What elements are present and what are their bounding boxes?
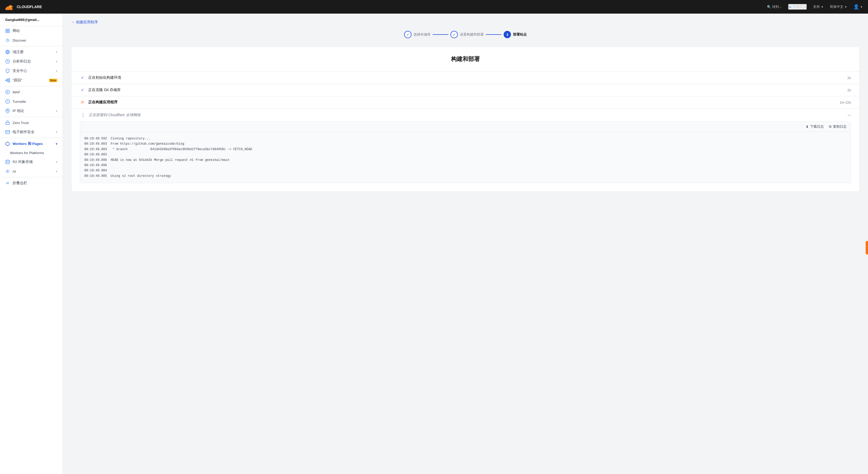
svg-rect-16 (9, 78, 10, 82)
sidebar-item-label: "跟踪" (12, 78, 45, 83)
sidebar-item-waf[interactable]: WAF (0, 88, 63, 97)
sidebar-item-workers-pages[interactable]: Workers 和 Pages ▾ (0, 139, 63, 148)
log-area: ⬇ 下载日志 ⧉ 复制日志 00:19:48.592 Cloning repos… (80, 122, 851, 183)
beta-badge: Beta (49, 79, 57, 82)
r2-icon (5, 160, 10, 164)
download-log-button[interactable]: ⬇ 下载日志 (806, 124, 824, 129)
breadcrumb[interactable]: ← 创建应用程序 (71, 20, 860, 25)
feedback-button[interactable]: 反馈 (866, 241, 868, 255)
sidebar-item-collapse[interactable]: 折叠边栏 (0, 178, 63, 188)
build-step-deploy: | 正在部署到 Cloudflare 全球网络 — (71, 108, 859, 122)
plus-icon: ⊕ (789, 5, 792, 9)
email-icon (5, 130, 10, 134)
step-3: 3 部署站点 (504, 31, 527, 38)
build-step-text: 正在克隆 Git 存储库 (88, 88, 844, 92)
download-log-label: 下载日志 (810, 124, 824, 129)
chevron-right-icon: ▾ (56, 170, 57, 173)
sidebar-item-zerotrust[interactable]: Zero Trust (0, 118, 63, 127)
sidebar-item-label: 安全中心 (12, 69, 53, 73)
svg-rect-2 (6, 31, 7, 33)
chevron-right-icon: ▾ (56, 142, 57, 146)
sidebar-item-discover[interactable]: Discover (0, 36, 63, 45)
sidebar-item-turnstile[interactable]: Turnstile (0, 97, 63, 106)
sidebar-item-ai[interactable]: AI ▾ (0, 167, 63, 176)
log-line: 00:19:49.896 (84, 163, 846, 168)
support-label: 支持 (813, 4, 820, 9)
log-line: 00:19:49.803 From https://github.com/gan… (84, 141, 846, 146)
sidebar-item-security[interactable]: 安全中心 ▾ (0, 66, 63, 76)
build-step-text: 正在部署到 Cloudflare 全球网络 (89, 113, 844, 117)
cloudflare-logo[interactable]: CLOUDFLARE (5, 4, 42, 10)
chevron-right-icon: ▾ (56, 60, 57, 63)
build-step-text: 正在初始化构建环境 (88, 75, 844, 80)
sidebar-item-label: 域注册 (12, 50, 53, 55)
clock-icon (5, 59, 10, 64)
sidebar-item-label: AI (12, 170, 53, 173)
copy-icon: ⧉ (829, 125, 831, 129)
check-icon: ✓ (80, 75, 85, 80)
log-toolbar: ⬇ 下载日志 ⧉ 复制日志 (80, 122, 851, 132)
language-button[interactable]: 简体中文 ▼ (830, 4, 847, 9)
sidebar-item-r2[interactable]: R2 对象存储 ▾ (0, 157, 63, 167)
sidebar-item-email[interactable]: 电子邮件安全 ▾ (0, 127, 63, 137)
chevron-down-icon: ▼ (821, 5, 824, 8)
spinner-icon: ⟳ (80, 100, 85, 105)
bulb-icon (5, 38, 10, 43)
sidebar-item-trace[interactable]: "跟踪" Beta (0, 76, 63, 85)
step-line-1 (433, 34, 448, 35)
build-step-time: — (847, 113, 851, 117)
download-icon: ⬇ (806, 125, 809, 129)
svg-point-21 (7, 110, 8, 111)
log-line: 00:19:48.592 Cloning repository... (84, 136, 846, 141)
build-step-text: 正在构建应用程序 (88, 100, 837, 105)
copy-log-button[interactable]: ⧉ 复制日志 (829, 124, 846, 129)
chevron-down-icon: ▼ (844, 5, 847, 8)
step-label-1: 选择存储库 (413, 32, 431, 37)
account-button[interactable]: 👤 ▼ (853, 4, 863, 10)
chevron-right-icon: ▾ (56, 109, 57, 113)
build-step-build: ⟳ 正在构建应用程序 1m 22s (71, 96, 859, 108)
globe-icon (5, 50, 10, 55)
zerotrust-icon (5, 120, 10, 125)
sidebar-item-workers-platforms[interactable]: Workers for Platforms (0, 148, 63, 157)
build-step-time: 2s (847, 88, 851, 92)
sidebar-item-label: 电子邮件安全 (12, 130, 53, 134)
svg-point-24 (6, 160, 9, 161)
sidebar-item-label: Zero Trust (12, 121, 57, 125)
chevron-right-icon: ▾ (56, 160, 57, 164)
sidebar-item-analytics[interactable]: 分析和日志 ▾ (0, 57, 63, 66)
logo-text: CLOUDFLARE (17, 5, 42, 9)
sidebar-item-label: Turnstile (12, 100, 57, 104)
svg-rect-22 (6, 123, 9, 125)
add-site-button[interactable]: ⊕ 添加站点 (788, 4, 807, 10)
waf-icon (5, 90, 10, 95)
step-line-2 (486, 34, 501, 35)
svg-rect-15 (7, 79, 8, 82)
sidebar-item-label: 网站 (12, 29, 57, 33)
sidebar-item-ip[interactable]: IP 地址 ▾ (0, 106, 63, 115)
step-circle-1: ✓ (404, 31, 411, 38)
sidebar-item-label: WAF (12, 90, 57, 94)
layout: Gangkai666@gmail... 网站 Discover 域注册 ▾ (0, 13, 868, 474)
turnstile-icon (5, 99, 10, 104)
chevron-right-icon: ▾ (56, 50, 57, 54)
step-circle-2: ✓ (451, 31, 458, 38)
search-button[interactable]: 🔍 转到... (767, 4, 782, 9)
log-line: 00:19:49.803 (84, 152, 846, 157)
log-content: 00:19:48.592 Cloning repository...00:19:… (80, 132, 851, 183)
chevron-down-icon: ▼ (860, 5, 863, 8)
support-button[interactable]: 支持 ▼ (813, 4, 824, 9)
build-deploy-card: 构建和部署 ✓ 正在初始化构建环境 2s ✓ 正在克隆 Git 存储库 2s ⟳… (71, 46, 860, 192)
sidebar-item-domain-reg[interactable]: 域注册 ▾ (0, 47, 63, 57)
sidebar-item-label: Workers for Platforms (10, 151, 57, 155)
ai-icon (5, 169, 10, 174)
topnav: CLOUDFLARE 🔍 转到... ⊕ 添加站点 支持 ▼ 简体中文 ▼ 👤 … (0, 0, 868, 13)
check-icon: ✓ (80, 88, 85, 92)
add-site-label: 添加站点 (793, 4, 806, 9)
svg-rect-14 (6, 80, 6, 81)
step-circle-3: 3 (504, 31, 511, 38)
sidebar-item-label: Workers 和 Pages (12, 141, 53, 146)
sidebar-account[interactable]: Gangkai666@gmail... (0, 13, 63, 26)
sidebar-item-sites[interactable]: 网站 (0, 26, 63, 36)
step-2: ✓ 设置构建和部署 (451, 31, 484, 38)
